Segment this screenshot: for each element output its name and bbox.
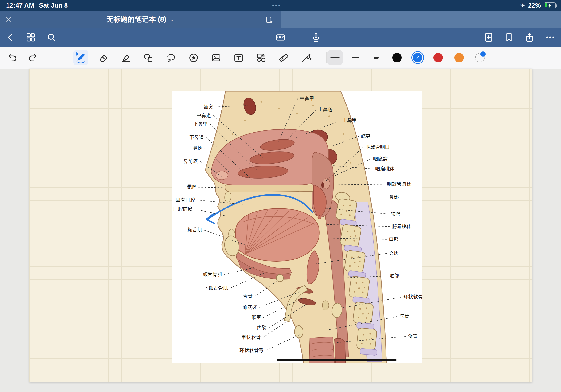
- status-date: Sat Jun 8: [39, 2, 68, 9]
- anatomy-label: 鼻部: [389, 194, 399, 200]
- elements-tool-button[interactable]: [255, 52, 268, 64]
- anatomy-label: 气管: [399, 313, 409, 319]
- anatomy-label: 下鼻道: [189, 134, 204, 140]
- anatomy-label: 喉部: [389, 273, 399, 279]
- anatomy-label: 颏舌肌: [188, 227, 202, 233]
- text-tool-button[interactable]: [232, 52, 245, 64]
- anatomy-label: 咽隐窝: [373, 156, 388, 162]
- stroke-thickness-2-button[interactable]: [348, 50, 363, 65]
- main-toolbar: [0, 28, 561, 46]
- anatomy-label: 腭扁桃体: [392, 224, 411, 229]
- anatomy-label: 声襞: [257, 325, 266, 330]
- notebook-tab[interactable]: 无标题的笔记本 (8) ⌄: [0, 11, 281, 28]
- anatomy-label: 蝶突: [361, 133, 371, 139]
- shapes-tool-button[interactable]: [142, 52, 155, 64]
- add-page-button[interactable]: [483, 32, 494, 43]
- anatomy-label: 前庭襞: [242, 304, 257, 310]
- battery-percent: 22%: [528, 2, 541, 9]
- more-options-button[interactable]: [545, 32, 556, 43]
- note-page[interactable]: 额突中鼻道下鼻甲下鼻道鼻阈鼻前庭硬腭固有口腔口腔前庭颏舌肌颏舌骨肌下颌舌骨肌舌骨…: [29, 69, 532, 382]
- ruler-tool-button[interactable]: [278, 52, 290, 64]
- close-tab-button[interactable]: [3, 14, 14, 25]
- microphone-button[interactable]: [311, 32, 321, 43]
- undo-button[interactable]: [6, 52, 19, 64]
- bluetooth-icon: [76, 52, 78, 55]
- search-button[interactable]: [46, 32, 57, 43]
- page-layout-icon[interactable]: [264, 14, 275, 25]
- anatomy-label: 颏舌骨肌: [203, 272, 223, 277]
- redo-button[interactable]: [26, 52, 39, 64]
- stroke-thickness-3-button[interactable]: [369, 50, 384, 65]
- multitask-dots-icon[interactable]: •••: [272, 0, 281, 11]
- tab-bar: 无标题的笔记本 (8) ⌄: [0, 11, 561, 28]
- sticker-tool-button[interactable]: [187, 52, 200, 64]
- pen-tool-button[interactable]: [73, 50, 88, 65]
- airplane-mode-icon: ✈: [520, 2, 525, 9]
- anatomy-label: 甲状软骨: [241, 334, 261, 340]
- anatomy-label: 软腭: [391, 211, 400, 217]
- anatomy-label: 环状软骨板: [403, 294, 422, 300]
- highlighter-tool-button[interactable]: [119, 52, 132, 64]
- bookmark-button[interactable]: [504, 32, 515, 43]
- custom-color-button[interactable]: +: [475, 53, 485, 62]
- battery-icon: [544, 2, 556, 9]
- anatomy-label: 口部: [389, 236, 399, 242]
- stroke-thickness-1-button[interactable]: [327, 50, 343, 65]
- anatomy-label: 咽鼓管圆枕: [387, 181, 411, 187]
- anatomy-label: 鼻阈: [193, 145, 203, 151]
- anatomy-label: 鼻前庭: [183, 158, 198, 164]
- add-color-badge: +: [480, 52, 485, 57]
- anatomy-label: 中鼻甲: [300, 96, 314, 101]
- anatomy-label: 喉室: [252, 315, 261, 320]
- anatomy-label: 下颌舌骨肌: [204, 285, 228, 291]
- anatomy-label: 上鼻道: [318, 107, 333, 112]
- selected-check-icon: ✓: [416, 55, 420, 60]
- anatomy-label: 固有口腔: [176, 197, 195, 203]
- color-orange-button[interactable]: [454, 53, 464, 62]
- anatomy-label: 硬腭: [186, 184, 196, 190]
- anatomy-label: 上鼻甲: [342, 118, 357, 123]
- image-tool-button[interactable]: [210, 52, 223, 64]
- color-red-button[interactable]: [433, 53, 443, 62]
- anatomy-label: 额突: [204, 104, 213, 109]
- color-black-button[interactable]: [392, 53, 402, 62]
- anatomy-label: 中鼻道: [197, 113, 211, 118]
- ribbon-divider: [326, 52, 326, 64]
- pen-connected-arc: [76, 61, 86, 64]
- thumbnails-button[interactable]: [25, 32, 36, 43]
- anatomy-label: 咽鼓管咽口: [366, 144, 390, 150]
- notebook-title[interactable]: 无标题的笔记本 (8): [107, 15, 166, 24]
- laser-pointer-tool-button[interactable]: [300, 52, 313, 64]
- status-bar: 12:47 AM Sat Jun 8 ••• ✈ 22%: [0, 0, 561, 11]
- canvas-area: 额突中鼻道下鼻甲下鼻道鼻阈鼻前庭硬腭固有口腔口腔前庭颏舌肌颏舌骨肌下颌舌骨肌舌骨…: [0, 69, 561, 392]
- image-scale-bar: [277, 359, 396, 361]
- eraser-tool-button[interactable]: [97, 52, 110, 64]
- anatomy-label: 咽扁桃体: [375, 166, 395, 172]
- anatomy-figure[interactable]: 额突中鼻道下鼻甲下鼻道鼻阈鼻前庭硬腭固有口腔口腔前庭颏舌肌颏舌骨肌下颌舌骨肌舌骨…: [172, 91, 422, 363]
- tool-ribbon: ✓ +: [0, 46, 561, 69]
- anatomy-label: 口腔前庭: [173, 206, 192, 211]
- chevron-down-icon[interactable]: ⌄: [169, 16, 174, 23]
- anatomy-label: 会厌: [389, 250, 399, 256]
- status-time: 12:47 AM: [6, 2, 34, 9]
- anatomy-label: 食管: [408, 334, 418, 339]
- anatomy-label: 舌骨: [243, 293, 253, 299]
- back-button[interactable]: [5, 32, 16, 43]
- anatomy-label: 环状软骨弓: [239, 347, 264, 353]
- keyboard-button[interactable]: [275, 32, 286, 43]
- lasso-tool-button[interactable]: [165, 52, 177, 64]
- share-button[interactable]: [524, 32, 535, 43]
- anatomy-label: 下鼻甲: [193, 121, 208, 126]
- color-blue-button[interactable]: ✓: [413, 53, 422, 62]
